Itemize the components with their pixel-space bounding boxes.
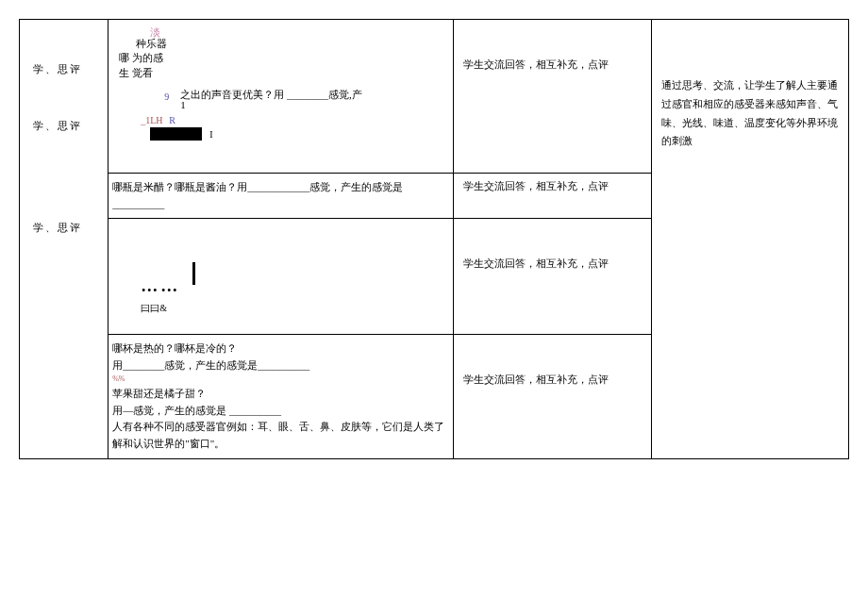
activity-cell-1: 学生交流回答，相互补充，点评 — [454, 20, 651, 174]
section2-content: 哪瓶是米醋？哪瓶是酱油？用____________感觉，产生的感觉是______… — [112, 179, 449, 212]
question-4a: 哪杯是热的？哪杯是冷的？ — [112, 340, 449, 357]
sense-label: 觉看 — [132, 67, 153, 78]
section1-content: 淡 种乐器 哪 为的感 生 觉看 9 之出的声音更优美？用 ________感觉… — [112, 25, 449, 167]
which-label: 哪 — [119, 51, 129, 65]
content-cell-1: 淡 种乐器 哪 为的感 生 觉看 9 之出的声音更优美？用 ________感觉… — [108, 20, 454, 174]
student-response-1: 学生交流回答，相互补充，点评 — [463, 58, 646, 72]
lh-text: _1LH — [141, 115, 162, 125]
table-row: 学、思评 学、思评 学、思评 淡 种乐器 哪 为的感 生 觉看 9 之出的声音更… — [20, 20, 849, 174]
activity-cell-3: 学生交流回答，相互补充，点评 — [454, 219, 651, 335]
question-4d: 用―感觉，产生的感觉是 __________ — [112, 403, 449, 420]
vertical-bar-icon — [192, 262, 195, 285]
after-black-text: I — [209, 129, 212, 140]
num-9: 9 — [164, 91, 169, 102]
phase-label-3: 学、思评 — [33, 216, 104, 239]
content-cell-4: 哪杯是热的？哪杯是冷的？ 用________感觉，产生的感觉是_________… — [108, 335, 454, 458]
student-response-3: 学生交流回答，相互补充，点评 — [463, 257, 646, 271]
phase-cell: 学、思评 学、思评 学、思评 — [20, 20, 108, 459]
why-label: 为的感 — [132, 52, 163, 63]
intent-cell: 通过思考、交流，让学生了解人主要通过感官和相应的感受器来感知声音、气味、光线、味… — [651, 20, 848, 459]
lesson-plan-table: 学、思评 学、思评 学、思评 淡 种乐器 哪 为的感 生 觉看 9 之出的声音更… — [19, 19, 849, 459]
instrument-text: 种乐器 哪 为的感 生 觉看 — [136, 37, 183, 80]
r-text: R — [169, 115, 175, 125]
question-1: 之出的声音更优美？用 ________感觉,产 — [180, 87, 362, 103]
student-response-4: 学生交流回答，相互补充，点评 — [463, 373, 646, 387]
note-text: 人有各种不同的感受器官例如：耳、眼、舌、鼻、皮肤等，它们是人类了解和认识世界的"… — [112, 419, 449, 452]
riri-text: 曰曰& — [141, 302, 167, 315]
instrument-label: 种乐器 — [136, 38, 167, 49]
section4-content: 哪杯是热的？哪杯是冷的？ 用________感觉，产生的感觉是_________… — [112, 340, 449, 452]
activity-cell-4: 学生交流回答，相互补充，点评 — [454, 335, 651, 458]
teaching-intent: 通过思考、交流，让学生了解人主要通过感官和相应的感受器来感知声音、气味、光线、味… — [661, 76, 844, 151]
phase-label-2: 学、思评 — [33, 114, 104, 137]
section3-content: …… 曰曰& — [112, 224, 449, 328]
question-4c: 苹果甜还是橘子甜？ — [112, 386, 449, 403]
phase-label-1: 学、思评 — [33, 58, 104, 80]
sheng-label: 生 — [119, 66, 129, 80]
question-2: 哪瓶是米醋？哪瓶是酱油？用____________感觉，产生的感觉是______… — [112, 181, 403, 209]
content-cell-3: …… 曰曰& — [108, 219, 454, 335]
dots-text: …… — [141, 276, 180, 296]
student-response-2: 学生交流回答，相互补充，点评 — [463, 179, 646, 193]
question-4b: 用________感觉，产生的感觉是__________ — [112, 357, 449, 374]
activity-cell-2: 学生交流回答，相互补充，点评 — [454, 174, 651, 219]
content-cell-2: 哪瓶是米醋？哪瓶是酱油？用____________感觉，产生的感觉是______… — [108, 174, 454, 219]
percent-marks: %% — [112, 373, 449, 386]
num-1: 1 — [180, 99, 186, 110]
black-box-icon — [150, 127, 202, 141]
